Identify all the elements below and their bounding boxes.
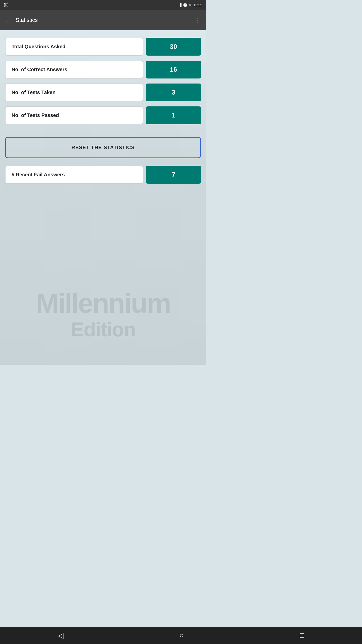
total-questions-value: 30	[146, 38, 201, 56]
menu-icon[interactable]: ≡	[4, 15, 12, 26]
stat-row-tests-taken: No. of Tests Taken 3	[5, 84, 201, 101]
recent-fail-value: 7	[146, 166, 201, 184]
status-bar-left: 🖼	[4, 3, 8, 7]
app-bar: ≡ Statistics ⋮	[0, 10, 206, 30]
stat-row-recent-fail: # Recent Fail Answers 7	[5, 166, 201, 184]
correct-answers-label: No. of Correct Answers	[5, 61, 143, 78]
x-icon: ✕	[189, 3, 192, 7]
tests-passed-label: No. of Tests Passed	[5, 106, 143, 124]
recent-fail-label: # Recent Fail Answers	[5, 166, 143, 184]
watermark: Millennium Edition	[10, 289, 196, 340]
stat-row-tests-passed: No. of Tests Passed 1	[5, 106, 201, 124]
correct-answers-value: 16	[146, 61, 201, 78]
watermark-line1: Millennium	[10, 289, 196, 317]
stat-row-correct-answers: No. of Correct Answers 16	[5, 61, 201, 78]
tests-taken-value: 3	[146, 84, 201, 101]
clock-icon: 🕐	[183, 3, 187, 7]
watermark-line2: Edition	[10, 319, 196, 340]
stat-row-total-questions: Total Questions Asked 30	[5, 38, 201, 56]
tests-passed-value: 1	[146, 106, 201, 124]
status-bar: 🖼 ▐ 🕐 ✕ 12:22	[0, 0, 206, 10]
app-bar-title: Statistics	[16, 17, 192, 23]
photo-icon: 🖼	[4, 3, 8, 7]
time-display: 12:22	[193, 3, 202, 7]
content-area: Millennium Edition Total Questions Asked…	[0, 30, 206, 365]
more-options-icon[interactable]: ⋮	[192, 15, 202, 26]
tests-taken-label: No. of Tests Taken	[5, 84, 143, 101]
signal-icon: ▐	[179, 3, 182, 7]
total-questions-label: Total Questions Asked	[5, 38, 143, 56]
reset-statistics-button[interactable]: RESET THE STATISTICS	[5, 137, 201, 158]
status-bar-right: ▐ 🕐 ✕ 12:22	[179, 3, 202, 7]
